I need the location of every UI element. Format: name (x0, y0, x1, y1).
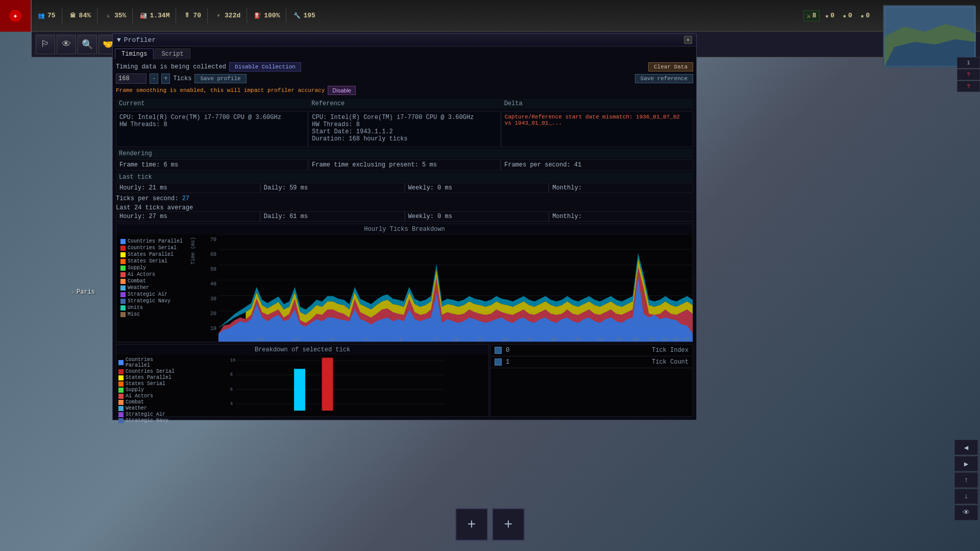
manpower-stat: 👥 75 (37, 11, 56, 20)
chart-main-area[interactable]: -20 -15 -10 -5 0 5 10 15 20 25 30 35 40 … (218, 234, 693, 342)
zoom-out-btn[interactable]: ▶ (954, 456, 978, 471)
save-profile-btn[interactable]: Save profile (194, 74, 246, 83)
profiler-title-text: Profiler (124, 36, 156, 44)
ticks-input[interactable] (116, 74, 146, 84)
pp-value: 322d (225, 12, 240, 19)
toolbar-btn-flag[interactable]: 🏳 (36, 35, 55, 54)
bd-label-ai: Ai Actors (126, 393, 153, 399)
legend-color-states-serial (120, 259, 126, 264)
legend-misc: Misc (120, 312, 184, 317)
collection-row: Timing data is being collected Disable C… (116, 62, 693, 71)
nation-flag[interactable]: ✦ (0, 0, 32, 32)
fps-stat: Frames per second: 41 (501, 159, 693, 171)
collection-message: Timing data is being collected (116, 63, 226, 70)
bd-label-supply: Supply (126, 387, 144, 393)
right-panel-item-3[interactable]: ? (957, 81, 980, 92)
divider-1 (62, 8, 62, 23)
eye-btn[interactable]: 👁 (954, 505, 978, 520)
right-panel-item-1[interactable]: 1 (957, 57, 980, 68)
last-tick-weekly: Weekly: 0 ms (405, 183, 549, 193)
war-support-stat: ⚔ 35% (104, 11, 126, 20)
bd-legend-countries-parallel: Countries Parallel (118, 357, 176, 368)
ic-value: 195 (303, 12, 315, 19)
legend-label-supply: Supply (128, 265, 146, 271)
breakdown-legend: Countries Parallel Countries Serial Stat… (116, 355, 178, 416)
last-tick-header: Last tick (116, 173, 693, 182)
disable-smoothing-btn[interactable]: Disable (328, 86, 356, 95)
city-paris: ☆ Paris (71, 289, 95, 296)
legend-color-weather (120, 285, 126, 291)
legend-label-weather: Weather (128, 285, 149, 291)
svg-text:60: 60 (663, 337, 669, 342)
ic-icon: 🔧 (292, 11, 302, 20)
profiler-close-button[interactable]: ✕ (684, 36, 692, 44)
industry-value: 1.34M (150, 12, 169, 19)
legend-combat: Combat (120, 278, 184, 284)
tab-timings[interactable]: Timings (115, 49, 154, 59)
toolbar-btn-eye[interactable]: 👁 (57, 35, 76, 54)
industry-icon: 🏭 (139, 11, 148, 20)
last-tick-hourly: Hourly: 21 ms (116, 183, 260, 193)
breakdown-container: Breakdown of selected tick Countries Par… (116, 344, 489, 417)
svg-text:20: 20 (502, 337, 508, 342)
manpower-icon: 👥 (37, 11, 46, 20)
toolbar-btn-search[interactable]: 🔍 (78, 35, 97, 54)
alert-war-value: 8 (812, 12, 816, 19)
bottom-right-controls: ◀ ▶ ↑ ↓ 👁 (954, 440, 980, 520)
tick-index-label: Tick Index (652, 347, 689, 354)
bd-color-strat-air (118, 412, 124, 417)
bottom-center-controls: + + (455, 508, 525, 541)
warning-row: Frame smoothing is enabled, this will im… (116, 86, 693, 95)
reference-cpu-box: CPU: Intel(R) Core(TM) i7-7700 CPU @ 3.6… (308, 111, 500, 147)
svg-text:25: 25 (526, 337, 532, 342)
bd-legend-countries-serial: Countries Serial (118, 369, 176, 374)
bd-legend-states-parallel: States Parallel (118, 375, 176, 380)
legend-strategic-air: Strategic Air (120, 292, 184, 297)
zoom-in-btn[interactable]: ◀ (954, 440, 978, 455)
y-50: 50 (200, 267, 216, 272)
bd-label-combat: Combat (126, 399, 144, 405)
fuel-stat: ⛽ 100% (253, 11, 280, 20)
right-panel-item-2[interactable]: ? (957, 69, 980, 80)
disable-collection-btn[interactable]: Disable Collection (229, 62, 301, 71)
industry-stat: 🏭 1.34M (139, 11, 169, 20)
tab-script[interactable]: Script (155, 49, 190, 59)
profiler-window: ▼ Profiler ✕ Timings Script Timing data … (112, 33, 697, 420)
war-support-value: 35% (114, 12, 126, 19)
frame-time-stat: Frame time: 6 ms (116, 159, 308, 171)
breakdown-chart-area[interactable]: 10 8 6 4 (178, 355, 488, 416)
legend-strategic-navy: Strategic Navy (120, 298, 184, 304)
chart-svg: -20 -15 -10 -5 0 5 10 15 20 25 30 35 40 … (218, 234, 693, 342)
svg-text:6: 6 (230, 387, 233, 392)
svg-text:50: 50 (632, 337, 639, 342)
last-24-monthly: Monthly: (549, 211, 693, 222)
ticks-minus-btn[interactable]: - (150, 74, 158, 84)
last-24-weekly: Weekly: 0 ms (405, 211, 549, 222)
svg-text:-5: -5 (363, 337, 369, 342)
alert-1-value: 0 (830, 12, 835, 19)
divisions-stat: 🎖 70 (182, 11, 201, 20)
center-btn-plus2[interactable]: + (492, 508, 525, 541)
last-tick-daily: Daily: 59 ms (260, 183, 405, 193)
save-reference-btn[interactable]: Save reference (635, 74, 693, 83)
tick-info-panel: 0 Tick Index 1 Tick Count (490, 344, 693, 417)
alert-1: ★ 0 (822, 10, 838, 21)
divider-5 (207, 8, 208, 23)
hourly-chart-container: Hourly Ticks Breakdown Countries Paralle… (116, 224, 693, 342)
divider-4 (176, 8, 176, 23)
bd-label-cp: Countries Parallel (126, 357, 176, 368)
svg-rect-37 (294, 369, 305, 411)
move-up-btn[interactable]: ↑ (954, 472, 978, 488)
top-hud: ✦ 👥 75 🏛 84% ⚔ 35% 🏭 1.34M 🎖 70 ⚡ (0, 0, 980, 32)
divisions-icon: 🎖 (182, 11, 191, 20)
ticks-plus-btn[interactable]: + (161, 74, 170, 84)
clear-data-btn[interactable]: Clear Data (648, 62, 693, 71)
legend-color-supply (120, 266, 126, 271)
chart-y-axis: 70 60 50 40 30 20 10 (198, 234, 218, 342)
ref-start-date: Start Date: 1943.1.1.2 (312, 128, 497, 135)
center-btn-plus1[interactable]: + (455, 508, 488, 541)
legend-color-combat (120, 279, 126, 284)
y-axis-label: Time (ms) (190, 237, 196, 265)
move-down-btn[interactable]: ↓ (954, 489, 978, 504)
ic-stat: 🔧 195 (292, 11, 315, 20)
